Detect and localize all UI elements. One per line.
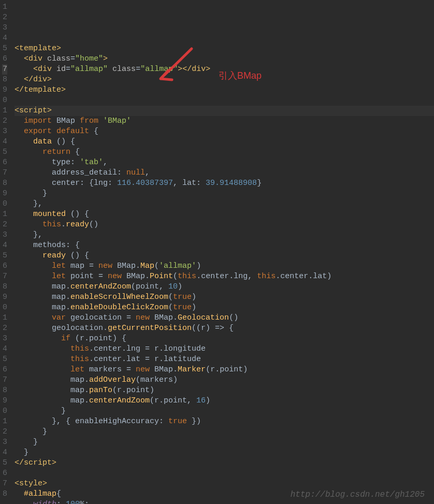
code-line[interactable]: geolocation.getCurrentPosition((r) => {: [15, 323, 434, 334]
code-line[interactable]: let markers = new BMap.Marker(r.point): [15, 365, 434, 375]
line-number: 1: [2, 313, 7, 323]
line-number: 8: [2, 75, 7, 85]
line-number: 0: [2, 406, 7, 416]
code-area[interactable]: 引入BMap <template> <div class="home"> <di…: [11, 0, 434, 504]
code-line[interactable]: map.addOverlay(markers): [15, 375, 434, 385]
code-line[interactable]: map.centerAndZoom(r.point, 16): [15, 396, 434, 406]
code-line[interactable]: this.center.lat = r.latitude: [15, 354, 434, 365]
line-number: 3: [2, 334, 7, 344]
code-line[interactable]: data () {: [15, 137, 434, 147]
line-number: 7: [2, 479, 7, 489]
code-line[interactable]: methods: {: [15, 240, 434, 251]
line-number: 8: [2, 282, 7, 292]
line-number: 6: [2, 468, 7, 479]
line-number: 5: [2, 458, 7, 468]
code-line[interactable]: <template>: [15, 44, 434, 54]
code-line[interactable]: map.enableDoubleClickZoom(true): [15, 303, 434, 313]
line-number: 5: [2, 354, 7, 365]
line-number: 6: [2, 157, 7, 168]
code-line[interactable]: let point = new BMap.Point(this.center.l…: [15, 271, 434, 282]
code-line[interactable]: [15, 95, 434, 106]
code-line[interactable]: }, { enableHighAccuracy: true }): [15, 416, 434, 427]
code-line[interactable]: ready () {: [15, 251, 434, 261]
line-number: 9: [2, 189, 7, 199]
code-line[interactable]: address_detail: null,: [15, 168, 434, 178]
line-number: 0: [2, 95, 7, 106]
code-line[interactable]: }: [15, 406, 434, 416]
code-line[interactable]: type: 'tab',: [15, 157, 434, 168]
code-line[interactable]: width: 100%;: [15, 499, 434, 504]
line-number: 6: [2, 54, 7, 64]
line-number-gutter: 1234567890123456789012345678901234567890…: [0, 0, 11, 504]
line-number: 3: [2, 230, 7, 240]
code-line[interactable]: let map = new BMap.Map('allmap'): [15, 261, 434, 271]
line-number: 8: [2, 489, 7, 499]
line-number: 1: [2, 106, 7, 116]
line-number: 5: [2, 251, 7, 261]
line-number: 2: [2, 12, 7, 23]
code-line[interactable]: },: [15, 199, 434, 209]
line-number: 7: [2, 271, 7, 282]
line-number: 7: [2, 375, 7, 385]
code-line[interactable]: }: [15, 427, 434, 437]
line-number: 1: [2, 2, 7, 12]
line-number: 5: [2, 147, 7, 157]
code-line[interactable]: this.ready(): [15, 220, 434, 230]
code-line[interactable]: map.centerAndZoom(point, 10): [15, 282, 434, 292]
line-number: 6: [2, 365, 7, 375]
code-line[interactable]: this.center.lng = r.longitude: [15, 344, 434, 354]
code-line[interactable]: map.enableScrollWheelZoom(true): [15, 292, 434, 303]
annotation-text: 引入BMap: [219, 70, 262, 81]
line-number: 4: [2, 240, 7, 251]
line-number: 1: [2, 416, 7, 427]
line-number: 0: [2, 199, 7, 209]
code-editor[interactable]: 1234567890123456789012345678901234567890…: [0, 0, 434, 504]
code-line[interactable]: export default {: [15, 126, 434, 137]
code-line[interactable]: <div class="home">: [15, 54, 434, 64]
line-number: 3: [2, 437, 7, 448]
code-line[interactable]: [15, 468, 434, 479]
line-number: 5: [2, 44, 7, 54]
line-number: 7: [2, 168, 7, 178]
line-number: 4: [2, 448, 7, 458]
line-number: 9: [2, 85, 7, 95]
code-line[interactable]: }: [15, 437, 434, 448]
line-number: 3: [2, 126, 7, 137]
code-line[interactable]: center: {lng: 116.40387397, lat: 39.9148…: [15, 178, 434, 189]
line-number: 3: [2, 23, 7, 33]
code-line[interactable]: <script>: [15, 106, 434, 116]
line-number: 9: [2, 292, 7, 303]
code-line[interactable]: }: [15, 448, 434, 458]
code-line[interactable]: map.panTo(r.point): [15, 385, 434, 396]
line-number: 2: [2, 323, 7, 334]
code-line[interactable]: return {: [15, 147, 434, 157]
code-line[interactable]: </script>: [15, 458, 434, 468]
line-number: 9: [2, 396, 7, 406]
code-line[interactable]: import BMap from 'BMap': [15, 116, 434, 126]
code-line[interactable]: }: [15, 189, 434, 199]
line-number: 6: [2, 261, 7, 271]
code-line[interactable]: },: [15, 230, 434, 240]
line-number: 2: [2, 427, 7, 437]
code-line[interactable]: mounted () {: [15, 209, 434, 220]
code-line[interactable]: <style>: [15, 479, 434, 489]
line-number: 4: [2, 33, 7, 44]
line-number: 4: [2, 137, 7, 147]
code-line[interactable]: if (r.point) {: [15, 334, 434, 344]
line-number: 1: [2, 209, 7, 220]
line-number: 2: [2, 116, 7, 126]
code-line[interactable]: </template>: [15, 85, 434, 95]
line-number: 8: [2, 385, 7, 396]
line-number: 8: [2, 178, 7, 189]
code-line[interactable]: var geolocation = new BMap.Geolocation(): [15, 313, 434, 323]
watermark: http://blog.csdn.net/gh1205: [291, 489, 425, 500]
line-number: 0: [2, 303, 7, 313]
line-number: 7: [2, 64, 7, 75]
line-number: 4: [2, 344, 7, 354]
line-number: 2: [2, 220, 7, 230]
